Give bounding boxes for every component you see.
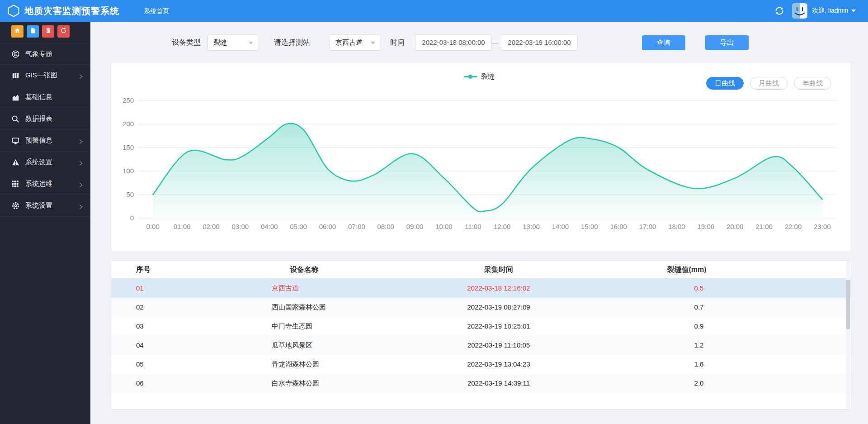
- curve-tab-day[interactable]: 日曲线: [706, 77, 744, 90]
- svg-text:13:00: 13:00: [523, 223, 540, 230]
- cell-time: 2022-03-18 12:16:02: [467, 279, 530, 298]
- monitor-icon: [11, 136, 20, 145]
- quick-button-file[interactable]: [27, 25, 39, 38]
- chevron-right-icon: [79, 181, 83, 187]
- sidebar-item-grid[interactable]: 系统运维: [0, 173, 90, 195]
- chevron-down-icon: [851, 10, 856, 12]
- quick-button-trash[interactable]: [42, 25, 54, 38]
- table-header-row: 序号 设备名称 采集时间 裂缝值(mm): [111, 261, 851, 279]
- svg-text:10:00: 10:00: [435, 223, 453, 230]
- svg-text:14:00: 14:00: [552, 223, 569, 230]
- nav-item-home[interactable]: 系统首页: [144, 0, 169, 22]
- time-end-input[interactable]: 2022-03-19 16:00:00: [501, 34, 578, 51]
- svg-text:50: 50: [126, 191, 134, 198]
- col-header-seq: 序号: [136, 261, 151, 279]
- svg-text:21:00: 21:00: [755, 223, 773, 230]
- sidebar-item-label: 预警信息: [25, 136, 52, 145]
- table-row[interactable]: 04瓜草地风景区2022-03-19 11:10:051.2: [111, 336, 851, 355]
- refresh-icon[interactable]: [774, 5, 785, 16]
- sidebar-item-label: 系统设置: [25, 158, 52, 167]
- cell-seq: 06: [136, 374, 144, 393]
- sidebar-item-monitor[interactable]: 预警信息: [0, 130, 90, 152]
- sidebar-item-label: 气象专题: [25, 50, 52, 58]
- app-title: 地质灾害监测预警系统: [24, 0, 119, 22]
- cell-time: 2022-03-19 08:27:09: [467, 298, 530, 317]
- legend-label: 裂缝: [481, 72, 495, 81]
- warning-icon: [11, 158, 20, 167]
- file-icon: [30, 27, 36, 36]
- cell-seq: 05: [136, 355, 144, 374]
- user-menu[interactable]: 欢迎, liadmin: [812, 0, 856, 22]
- sidebar-item-map[interactable]: GIS—张图: [0, 65, 90, 86]
- cell-device: 京西古道: [272, 279, 299, 298]
- col-header-device: 设备名称: [290, 261, 319, 279]
- quick-button-recycle[interactable]: [57, 25, 70, 38]
- cell-value: 1.2: [694, 336, 704, 355]
- time-start-input[interactable]: 2022-03-18 08:00:00: [415, 34, 492, 51]
- home-icon: [14, 27, 21, 36]
- area-chart: 0501001502002500:0001:0002:0003:0004:000…: [111, 90, 852, 241]
- svg-text:23:00: 23:00: [814, 223, 831, 230]
- cell-time: 2022-03-19 10:25:01: [467, 317, 530, 336]
- svg-text:18:00: 18:00: [668, 223, 685, 230]
- sidebar-item-gear[interactable]: 系统设置: [0, 195, 90, 217]
- svg-text:03:00: 03:00: [232, 223, 249, 230]
- cell-seq: 03: [136, 317, 144, 336]
- table-row[interactable]: 05青龙湖森林公园2022-03-19 13:04:231.6: [111, 355, 851, 374]
- chevron-right-icon: [79, 138, 83, 143]
- col-header-value: 裂缝值(mm): [667, 261, 706, 279]
- chevron-down-icon: [249, 42, 253, 44]
- user-avatar[interactable]: [792, 3, 807, 19]
- sidebar-item-weather[interactable]: 气象专题: [0, 43, 90, 65]
- cell-seq: 04: [136, 336, 144, 355]
- svg-text:02:00: 02:00: [203, 223, 220, 230]
- sidebar-menu: 气象专题GIS—张图基础信息数据报表预警信息系统设置系统运维系统设置: [0, 43, 90, 217]
- svg-text:05:00: 05:00: [290, 223, 307, 230]
- quick-button-home[interactable]: [11, 25, 24, 38]
- sidebar-item-warning[interactable]: 系统设置: [0, 152, 90, 173]
- station-select[interactable]: 京西古道: [330, 34, 380, 51]
- curve-tab-year[interactable]: 年曲线: [794, 77, 831, 90]
- chevron-right-icon: [79, 160, 83, 165]
- curve-tab-month[interactable]: 月曲线: [750, 77, 788, 90]
- legend-item-crack[interactable]: 裂缝: [464, 72, 495, 81]
- col-header-time: 采集时间: [484, 261, 513, 279]
- export-button[interactable]: 导出: [705, 35, 749, 50]
- legend-line-marker-icon: [464, 76, 477, 77]
- svg-text:01:00: 01:00: [174, 223, 191, 230]
- cell-device: 白水寺森林公园: [272, 374, 319, 393]
- cell-device: 瓜草地风景区: [272, 336, 312, 355]
- sidebar-item-label: GIS—张图: [25, 71, 57, 80]
- sidebar-item-chart[interactable]: 基础信息: [0, 86, 90, 108]
- table-row[interactable]: 03中门寺生态园2022-03-19 10:25:010.9: [111, 317, 851, 336]
- sidebar: 气象专题GIS—张图基础信息数据报表预警信息系统设置系统运维系统设置: [0, 22, 90, 424]
- curve-tabs: 日曲线月曲线年曲线: [706, 77, 831, 90]
- table-row[interactable]: 06白水寺森林公园2022-03-19 14:39:112.0: [111, 374, 851, 393]
- chevron-right-icon: [79, 203, 83, 209]
- sidebar-item-label: 系统运维: [25, 180, 52, 188]
- app-root: 地质灾害监测预警系统 系统首页 欢迎, liadmin: [0, 0, 868, 424]
- map-icon: [11, 71, 20, 80]
- cell-value: 0.5: [694, 279, 704, 298]
- chevron-down-icon: [371, 42, 375, 44]
- cell-time: 2022-03-19 14:39:11: [467, 374, 530, 393]
- svg-text:06:00: 06:00: [319, 223, 336, 230]
- sidebar-item-search[interactable]: 数据报表: [0, 108, 90, 130]
- table-row[interactable]: 01京西古道2022-03-18 12:16:020.5: [111, 279, 851, 298]
- query-button[interactable]: 查询: [642, 35, 685, 50]
- svg-text:200: 200: [123, 120, 134, 128]
- chevron-right-icon: [79, 73, 83, 78]
- cell-value: 2.0: [694, 374, 704, 393]
- table-scrollbar-thumb[interactable]: [846, 280, 850, 329]
- svg-text:17:00: 17:00: [639, 223, 656, 230]
- device-type-select[interactable]: 裂缝: [208, 34, 258, 51]
- svg-text:09:00: 09:00: [406, 223, 424, 230]
- table-row[interactable]: 02西山国家森林公园2022-03-19 08:27:090.7: [111, 298, 851, 317]
- svg-text:08:00: 08:00: [377, 223, 394, 230]
- svg-text:07:00: 07:00: [348, 223, 365, 230]
- app-logo-hexagon-icon: [7, 5, 20, 17]
- data-table: 序号 设备名称 采集时间 裂缝值(mm) 01京西古道2022-03-18 12…: [111, 260, 851, 410]
- cell-seq: 01: [136, 279, 144, 298]
- sidebar-item-label: 基础信息: [25, 93, 52, 101]
- svg-text:100: 100: [123, 167, 134, 175]
